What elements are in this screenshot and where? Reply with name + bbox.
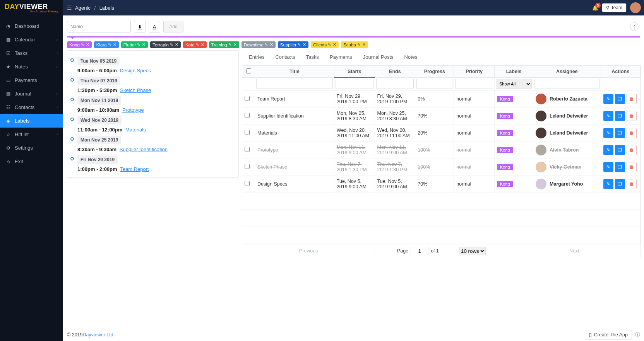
tab-contacts[interactable]: Contacts xyxy=(275,53,295,61)
label-chip-supplier[interactable]: Supplier ✎ ✕ xyxy=(278,41,308,48)
prev-button[interactable]: Previous xyxy=(299,248,318,254)
delete-button[interactable]: 🗑 xyxy=(627,111,637,121)
filter-progress[interactable] xyxy=(416,79,452,89)
label-chip-kota[interactable]: Kota ✎ ✕ xyxy=(183,41,207,48)
tab-payments[interactable]: Payments xyxy=(330,53,352,61)
row-checkbox[interactable] xyxy=(245,113,250,118)
user-avatar[interactable] xyxy=(630,2,641,13)
edit-icon[interactable]: ✎ xyxy=(298,43,301,47)
delete-button[interactable]: 🗑 xyxy=(627,179,637,189)
sidebar-item-payments[interactable]: ▭Payments xyxy=(0,73,63,87)
edit-button[interactable]: ✎ xyxy=(603,94,613,104)
edit-button[interactable]: ✎ xyxy=(603,179,613,189)
add-label-button[interactable]: Add xyxy=(163,21,183,32)
tab-entries[interactable]: Entries xyxy=(249,53,264,61)
event-link[interactable]: Materials xyxy=(125,127,146,133)
edit-icon[interactable]: ✎ xyxy=(170,43,173,47)
row-checkbox[interactable] xyxy=(245,181,250,186)
edit-icon[interactable]: ✎ xyxy=(196,43,199,47)
tab-journal-posts[interactable]: Journal Posts xyxy=(363,53,394,61)
col-title[interactable]: Title xyxy=(255,66,334,77)
team-button[interactable]: ⚲ Team xyxy=(602,3,626,12)
close-icon[interactable]: ✕ xyxy=(233,42,237,47)
label-chip-kiara[interactable]: Kiara ✎ ✕ xyxy=(94,41,119,48)
event-link[interactable]: Prototype xyxy=(122,107,144,113)
sidebar-item-hitlist[interactable]: ☆HitList› xyxy=(0,128,63,141)
delete-button[interactable]: 🗑 xyxy=(627,145,637,155)
rows-select[interactable]: 10 rows xyxy=(459,247,486,255)
label-chip-clients[interactable]: Clients ✎ ✕ xyxy=(311,41,339,48)
event-link[interactable]: Team Report xyxy=(120,166,149,172)
row-checkbox[interactable] xyxy=(245,164,250,169)
edit-button[interactable]: ✎ xyxy=(603,128,613,138)
delete-button[interactable]: 🗑 xyxy=(627,128,637,138)
notifications-button[interactable]: 🔔 5 xyxy=(592,5,598,11)
sidebar-item-calendar[interactable]: ▦Calendar› xyxy=(0,33,63,46)
edit-button[interactable]: ✎ xyxy=(603,145,613,155)
close-icon[interactable]: ✕ xyxy=(201,42,204,47)
filter-priority[interactable] xyxy=(455,79,493,89)
info-icon[interactable]: ⓘ xyxy=(635,331,640,338)
col-labels[interactable]: Labels xyxy=(494,66,533,77)
label-name-input[interactable] xyxy=(67,21,131,32)
close-icon[interactable]: ✕ xyxy=(303,42,306,47)
edit-icon[interactable]: ✎ xyxy=(137,43,140,47)
delete-button[interactable]: 🗑 xyxy=(627,162,637,172)
sidebar-item-tasks[interactable]: ☑Tasks› xyxy=(0,46,63,60)
close-icon[interactable]: ✕ xyxy=(142,42,146,47)
edit-icon[interactable]: ✎ xyxy=(228,43,231,47)
col-priority[interactable]: Priority xyxy=(454,66,495,77)
label-chip-flutter[interactable]: Flutter ✎ ✕ xyxy=(121,41,148,48)
breadcrumb-root[interactable]: Agenic xyxy=(75,5,91,11)
edit-button[interactable]: ✎ xyxy=(603,162,613,172)
col-actions[interactable]: Actions xyxy=(601,66,640,77)
edit-icon[interactable]: ✎ xyxy=(265,43,268,47)
close-icon[interactable]: ✕ xyxy=(270,42,273,47)
row-checkbox[interactable] xyxy=(245,96,250,101)
edit-icon[interactable]: ✎ xyxy=(357,43,360,47)
filter-assignee[interactable] xyxy=(534,79,599,89)
fill-color-button[interactable]: ⬇ xyxy=(134,21,146,32)
copy-button[interactable]: ❐ xyxy=(615,111,625,121)
label-chip-kong[interactable]: Kong ✎ ✕ xyxy=(67,41,92,48)
tab-tasks[interactable]: Tasks xyxy=(306,53,319,61)
close-icon[interactable]: ✕ xyxy=(333,42,336,47)
event-link[interactable]: Sketch Phase xyxy=(120,87,151,93)
delete-button[interactable]: 🗑 xyxy=(627,94,637,104)
close-icon[interactable]: ✕ xyxy=(175,42,178,47)
copy-button[interactable]: ❐ xyxy=(615,145,625,155)
close-icon[interactable]: ✕ xyxy=(113,42,116,47)
next-button[interactable]: Next xyxy=(569,248,579,254)
filter-labels[interactable]: Show All xyxy=(496,79,532,89)
label-chip-training[interactable]: Training ✎ ✕ xyxy=(209,41,239,48)
sidebar-item-exit[interactable]: ⎋Exit xyxy=(0,155,63,168)
menu-toggle-icon[interactable]: ☰ xyxy=(67,5,72,11)
col-progress[interactable]: Progress xyxy=(415,66,454,77)
logo[interactable]: DAYVIEWER Pro Monthly Trialing xyxy=(0,0,63,15)
label-chip-terrapin[interactable]: Terrapin ✎ ✕ xyxy=(150,41,181,48)
text-color-button[interactable]: A xyxy=(149,21,160,32)
edit-button[interactable]: ✎ xyxy=(603,111,613,121)
event-link[interactable]: Supplier Identification xyxy=(120,147,168,152)
page-input[interactable] xyxy=(411,247,428,255)
tab-notes[interactable]: Notes xyxy=(404,53,418,61)
footer-link[interactable]: Dayviewer Ltd. xyxy=(83,332,115,338)
select-all-checkbox[interactable] xyxy=(246,68,251,73)
filter-title[interactable] xyxy=(256,79,333,89)
sidebar-item-journal[interactable]: ▤Journal› xyxy=(0,87,63,101)
sidebar-item-labels[interactable]: ◈Labels xyxy=(0,114,63,128)
row-checkbox[interactable] xyxy=(245,130,250,135)
edit-icon[interactable]: ✎ xyxy=(108,43,111,47)
create-app-button[interactable]: ▯ Create The App xyxy=(585,330,632,339)
filter-starts[interactable] xyxy=(336,79,373,89)
edit-icon[interactable]: ✎ xyxy=(328,43,331,47)
col-ends[interactable]: Ends xyxy=(375,66,415,77)
label-chip-downtime[interactable]: Downtime ✎ ✕ xyxy=(242,41,276,48)
copy-button[interactable]: ❐ xyxy=(615,128,625,138)
sidebar-item-dashboard[interactable]: ◔Dashboard xyxy=(0,19,63,33)
copy-button[interactable]: ❐ xyxy=(615,94,625,104)
copy-button[interactable]: ❐ xyxy=(615,179,625,189)
copy-button[interactable]: ❐ xyxy=(615,162,625,172)
filter-ends[interactable] xyxy=(376,79,414,89)
row-checkbox[interactable] xyxy=(245,147,250,152)
